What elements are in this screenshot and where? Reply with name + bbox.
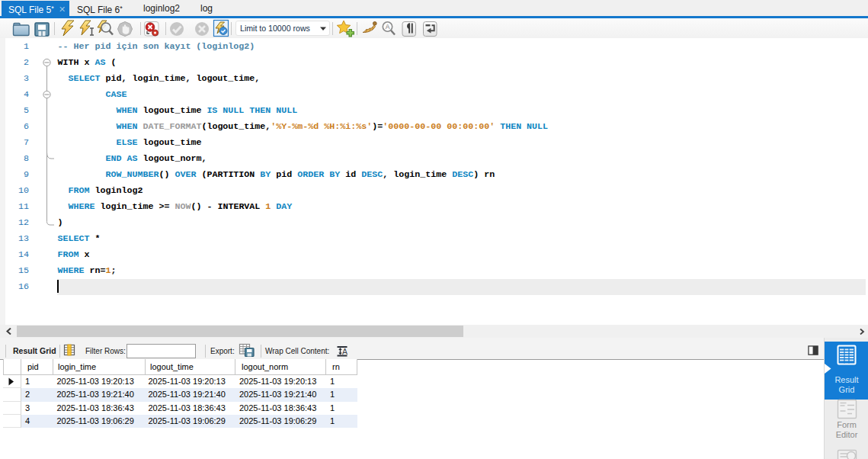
svg-text:A: A — [342, 347, 348, 356]
svg-text:A: A — [386, 23, 390, 30]
